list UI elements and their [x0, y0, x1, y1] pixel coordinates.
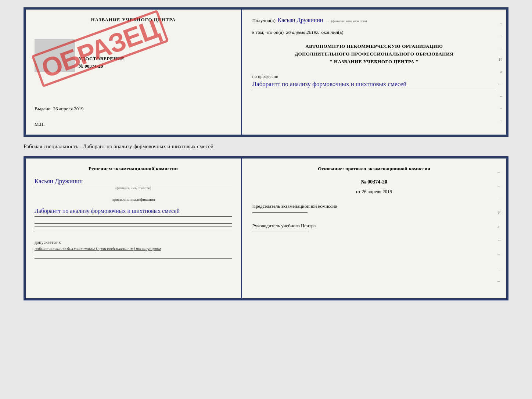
vtom-row: в том, что он(а) 26 апреля 2019г. окончи…: [252, 29, 496, 36]
line-2: [35, 227, 232, 227]
right-dashes-bottom: – – – И а ← – – –: [497, 170, 502, 284]
okonchil-label: окончил(а): [321, 29, 343, 35]
rukovoditel-label: Руководитель учебного Центра: [252, 223, 496, 229]
top-doc-right: Получил(а) Касьян Дружинин – (фамилия, и…: [242, 10, 506, 135]
ot-date: 26 апреля 2019: [362, 189, 392, 194]
udostoverenie-block: УДОСТОВЕРЕНИЕ № 00374-20: [79, 56, 232, 69]
resheniem-label: Решением экзаменационной комиссии: [35, 166, 232, 172]
prisvoena-label: присвоена квалификация: [35, 197, 232, 202]
line-4: [35, 258, 232, 259]
vtom-date: 26 апреля 2019г.: [286, 29, 319, 36]
vydano-date: 26 апреля 2019: [53, 106, 84, 111]
center-line3: " НАЗВАНИЕ УЧЕБНОГО ЦЕНТРА ": [252, 58, 496, 66]
top-document: НАЗВАНИЕ УЧЕБНОГО ЦЕНТРА ОБРАЗЕЦ УДОСТОВ…: [24, 7, 508, 137]
line-3: [35, 230, 232, 230]
vydano-row: Выдано 26 апреля 2019: [35, 106, 232, 112]
bottom-fio-small: (фамилия, имя, отчество): [35, 186, 232, 190]
ot-date-row: от 26 апреля 2019: [252, 189, 496, 195]
dopusk-text: работе согласно должностным (производств…: [35, 246, 232, 252]
predsedatel-signature-line: [252, 212, 308, 213]
bottom-lines: [35, 223, 232, 230]
center-org-block: АВТОНОМНУЮ НЕКОММЕРЧЕСКУЮ ОРГАНИЗАЦИЮ ДО…: [252, 43, 496, 65]
udost-label: УДОСТОВЕРЕНИЕ: [79, 56, 232, 62]
vydano-label: Выдано: [35, 106, 50, 111]
ot-label: от: [356, 189, 360, 194]
mp-row: М.П.: [35, 121, 232, 127]
bottom-profession-block: Лаборантт по анализу формовочных и шихтп…: [35, 205, 232, 217]
profession-block: по профессии Лаборантт по анализу формов…: [252, 73, 496, 90]
osnovanie-label: Основание: протокол экзаменационной коми…: [252, 166, 496, 172]
rukovoditel-signature-line: [252, 232, 308, 232]
poluchil-row: Получил(а) Касьян Дружинин – (фамилия, и…: [252, 17, 496, 24]
udost-number: № 00374-20: [79, 63, 232, 69]
predsedatel-label: Председатель экзаменационной комиссии: [252, 203, 496, 209]
right-dashes-top: – – – И а ← – – –: [497, 21, 502, 123]
bottom-recipient-name: Касьян Дружинин: [35, 178, 232, 186]
fio-small-label: (фамилия, имя, отчество): [331, 19, 367, 23]
subtitle-row: Рабочая специальность - Лаборант по анал…: [24, 143, 508, 150]
recipient-name: Касьян Дружинин: [278, 17, 323, 24]
bottom-doc-left: Решением экзаменационной комиссии Касьян…: [26, 158, 242, 298]
vtom-label: в том, что он(а): [252, 29, 284, 35]
dopuskaetsya-block: допускается к работе согласно должностны…: [35, 240, 232, 252]
bottom-name-block: Касьян Дружинин (фамилия, имя, отчество): [35, 178, 232, 190]
bottom-profession-text: Лаборантт по анализу формовочных и шихтп…: [35, 207, 232, 217]
top-doc-left: НАЗВАНИЕ УЧЕБНОГО ЦЕНТРА ОБРАЗЕЦ УДОСТОВ…: [26, 10, 242, 135]
poluchil-label: Получил(а): [252, 18, 276, 24]
profession-text: Лаборантт по анализу формовочных и шихтп…: [252, 79, 496, 90]
center-line2: ДОПОЛНИТЕЛЬНОГО ПРОФЕССИОНАЛЬНОГО ОБРАЗО…: [252, 50, 496, 58]
center-line1: АВТОНОМНУЮ НЕКОММЕРЧЕСКУЮ ОРГАНИЗАЦИЮ: [252, 43, 496, 50]
photo-placeholder: [35, 39, 75, 72]
predsedatel-block: Председатель экзаменационной комиссии: [252, 203, 496, 214]
bottom-doc-right: Основание: протокол экзаменационной коми…: [242, 158, 506, 298]
top-left-title: НАЗВАНИЕ УЧЕБНОГО ЦЕНТРА: [35, 17, 232, 23]
dopusk-label: допускается к: [35, 240, 232, 245]
bottom-document: Решением экзаменационной комиссии Касьян…: [24, 156, 508, 300]
line-1: [35, 223, 232, 224]
protocol-number: № 00374-20: [252, 179, 496, 185]
po-professii-label: по профессии: [252, 74, 278, 79]
rukovoditel-block: Руководитель учебного Центра: [252, 223, 496, 234]
